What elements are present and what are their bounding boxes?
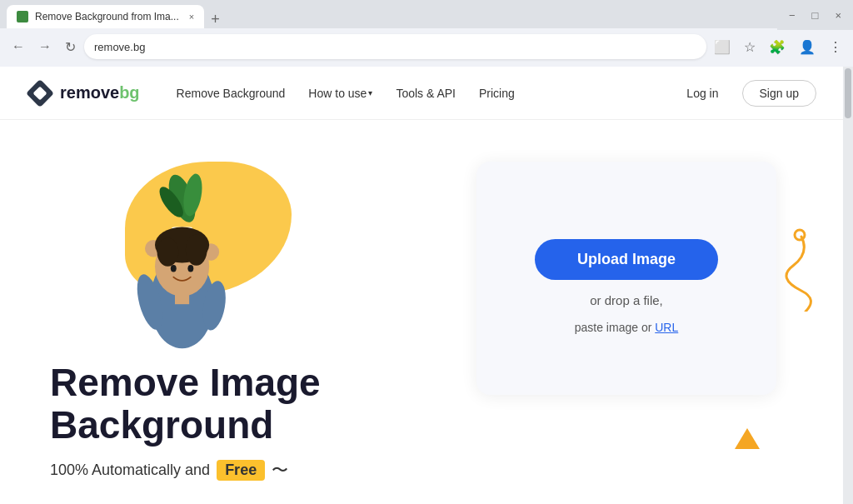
signup-button[interactable]: Sign up	[742, 80, 816, 107]
logo[interactable]: removebg	[27, 80, 140, 107]
upload-or-text: or drop a file,	[590, 293, 663, 307]
extensions-icon-button[interactable]: 🧩	[765, 36, 790, 58]
upload-card: Upload Image or drop a file, paste image…	[476, 162, 776, 395]
back-button[interactable]: ←	[7, 36, 30, 57]
triangle-decoration	[735, 428, 760, 452]
menu-icon-button[interactable]: ⋮	[825, 36, 846, 58]
tab-title: Remove Background from Ima...	[35, 11, 179, 22]
free-badge: Free	[217, 460, 265, 481]
logo-text: removebg	[60, 83, 140, 102]
tab-bar: Remove Background from Ima... × + − □ ×	[0, 0, 853, 28]
hero-section: Remove Image Background 100% Automatical…	[0, 120, 843, 503]
nav-pricing[interactable]: Pricing	[469, 82, 525, 105]
minimize-button[interactable]: −	[784, 7, 801, 23]
cast-icon-button[interactable]: ⬜	[710, 36, 735, 58]
upload-image-button[interactable]: Upload Image	[535, 239, 718, 280]
close-window-button[interactable]: ×	[830, 7, 846, 23]
profile-icon-button[interactable]: 👤	[795, 36, 820, 58]
new-tab-button[interactable]: +	[204, 11, 227, 28]
hero-subtitle: 100% Automatically and Free 〜	[50, 459, 460, 482]
squiggle-decoration	[751, 228, 818, 315]
nav-tools-api[interactable]: Tools & API	[386, 82, 466, 105]
wave-icon: 〜	[272, 459, 288, 482]
logo-icon	[27, 80, 53, 107]
nav-remove-background[interactable]: Remove Background	[167, 82, 296, 105]
tab-favicon	[17, 11, 28, 22]
login-button[interactable]: Log in	[673, 80, 731, 107]
dropdown-arrow-icon: ▾	[368, 88, 372, 97]
upload-paste-text: paste image or URL	[575, 321, 679, 334]
page-content: removebg Remove Background How to use ▾ …	[0, 67, 843, 504]
bookmark-icon-button[interactable]: ☆	[740, 36, 760, 58]
svg-marker-3	[735, 428, 760, 449]
nav-links: Remove Background How to use ▾ Tools & A…	[167, 82, 674, 105]
nav-how-to-use[interactable]: How to use ▾	[298, 82, 382, 105]
toolbar-icons: ⬜ ☆ 🧩 👤 ⋮	[710, 36, 846, 58]
hero-title: Remove Image Background	[50, 362, 460, 446]
maximize-button[interactable]: □	[807, 7, 824, 23]
navigation: removebg Remove Background How to use ▾ …	[0, 67, 843, 120]
url-link[interactable]: URL	[655, 321, 678, 334]
tab-close-btn[interactable]: ×	[189, 12, 194, 22]
hero-right: Upload Image or drop a file, paste image…	[460, 145, 793, 395]
hero-text: Remove Image Background 100% Automatical…	[50, 145, 460, 482]
address-bar-row: ← → ↻ ⬜ ☆ 🧩 👤 ⋮	[0, 28, 853, 65]
address-input[interactable]	[84, 34, 706, 59]
scrollbar-thumb[interactable]	[845, 68, 851, 118]
nav-auth: Log in Sign up	[673, 80, 816, 107]
svg-point-2	[795, 230, 805, 240]
reload-button[interactable]: ↻	[60, 36, 81, 58]
browser-tab[interactable]: Remove Background from Ima... ×	[7, 5, 204, 28]
forward-button[interactable]: →	[33, 36, 57, 57]
scrollbar[interactable]	[843, 67, 853, 504]
